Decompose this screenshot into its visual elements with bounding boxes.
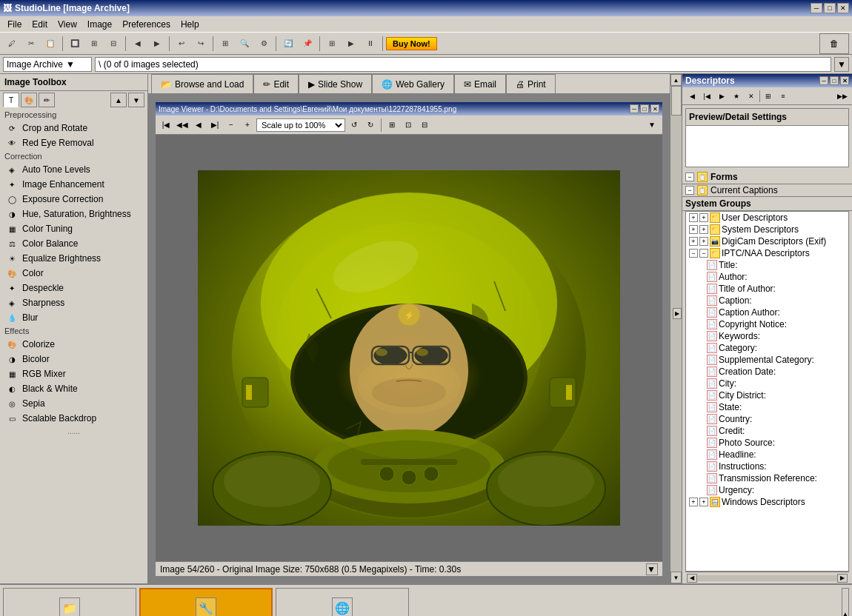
nav-path-arrow[interactable]: ▼ bbox=[834, 57, 849, 72]
menu-help[interactable]: Help bbox=[176, 18, 204, 31]
viewer-next[interactable]: ▶| bbox=[207, 118, 222, 133]
panel-item-color-balance[interactable]: ⚖ Color Balance bbox=[0, 236, 147, 251]
viewer-fit[interactable]: ⊞ bbox=[385, 118, 399, 133]
toolbar-btn-15[interactable]: 📌 bbox=[299, 35, 316, 53]
tree-item-user-descriptors[interactable]: + + 📁 User Descriptors bbox=[686, 212, 848, 224]
descriptors-close[interactable]: ✕ bbox=[840, 76, 849, 85]
toolbar-btn-5[interactable]: ⊞ bbox=[85, 35, 103, 53]
desc-btn-expand[interactable]: ≡ bbox=[776, 90, 790, 103]
win-desc-expand2[interactable]: + bbox=[699, 498, 708, 506]
digicam-expand2[interactable]: + bbox=[699, 237, 708, 246]
panel-item-black-white[interactable]: ◐ Black & White bbox=[0, 381, 147, 396]
bottom-item-web-galleries[interactable]: 🌐 Web Galleries bbox=[276, 588, 409, 616]
menu-view[interactable]: View bbox=[53, 18, 81, 31]
panel-item-image-enhancement[interactable]: ✦ Image Enhancement bbox=[0, 177, 147, 192]
panel-tab-1[interactable]: T bbox=[3, 93, 19, 107]
center-scroll-up[interactable]: ▲ bbox=[670, 74, 682, 86]
tree-item-urgency[interactable]: 📄 Urgency: bbox=[686, 484, 848, 496]
viewer-menu[interactable]: ⊟ bbox=[417, 118, 432, 133]
toolbar-btn-17[interactable]: ▶ bbox=[342, 35, 360, 53]
desc-btn-first[interactable]: |◀ bbox=[700, 90, 713, 103]
bottom-expand-btn[interactable]: ▲ bbox=[842, 588, 849, 616]
toolbar-btn-11[interactable]: ⊞ bbox=[216, 35, 234, 53]
panel-item-rgb-mixer[interactable]: ▦ RGB Mixer bbox=[0, 366, 147, 381]
toolbar-btn-16[interactable]: ⊞ bbox=[323, 35, 341, 53]
tree-item-transmission-ref[interactable]: 📄 Transmission Reference: bbox=[686, 472, 848, 484]
descriptors-minimize[interactable]: ─ bbox=[819, 76, 828, 85]
tab-web-gallery[interactable]: 🌐 Web Gallery bbox=[372, 74, 454, 93]
viewer-rotate-right[interactable]: ↻ bbox=[363, 118, 378, 133]
menu-file[interactable]: File bbox=[3, 18, 26, 31]
panel-item-hue-sat[interactable]: ◑ Hue, Saturation, Brightness bbox=[0, 207, 147, 221]
desc-btn-view[interactable]: ⊞ bbox=[762, 90, 775, 103]
tab-edit[interactable]: ✏ Edit bbox=[253, 74, 299, 93]
tree-item-windows-desc[interactable]: + + 🪟 Windows Descriptors bbox=[686, 496, 848, 508]
toolbar-btn-10[interactable]: ↪ bbox=[192, 35, 210, 53]
panel-item-red-eye[interactable]: 👁 Red Eye Removal bbox=[0, 135, 147, 150]
viewer-prev[interactable]: ◀ bbox=[191, 118, 206, 133]
viewer-zoom-in[interactable]: + bbox=[240, 118, 255, 133]
cc-expand[interactable]: − bbox=[685, 186, 694, 195]
panel-item-color[interactable]: 🎨 Color bbox=[0, 266, 147, 281]
panel-item-crop-rotate[interactable]: ⟳ Crop and Rotate bbox=[0, 121, 147, 135]
tree-item-caption[interactable]: 📄 Caption: bbox=[686, 295, 848, 307]
viewer-more[interactable]: ▼ bbox=[645, 118, 659, 133]
tree-item-category[interactable]: 📄 Category: bbox=[686, 342, 848, 354]
desc-hscroll-right[interactable]: ▶ bbox=[837, 574, 848, 583]
bottom-item-image-toolbox[interactable]: 🔧 Image Toolbox bbox=[139, 588, 273, 616]
win-desc-expand[interactable]: + bbox=[689, 498, 698, 506]
toolbar-btn-1[interactable]: 🖊 bbox=[3, 35, 21, 53]
close-button[interactable]: ✕ bbox=[837, 3, 849, 13]
toolbar-btn-13[interactable]: ⚙ bbox=[255, 35, 273, 53]
tree-item-headline[interactable]: 📄 Headline: bbox=[686, 449, 848, 461]
descriptors-maximize[interactable]: □ bbox=[830, 76, 839, 85]
viewer-close[interactable]: ✕ bbox=[650, 104, 659, 113]
panel-item-sharpness[interactable]: ◈ Sharpness bbox=[0, 295, 147, 310]
panel-item-colorize[interactable]: 🎨 Colorize bbox=[0, 337, 147, 352]
tab-browse-load[interactable]: 📂 Browse and Load bbox=[151, 74, 253, 93]
menu-preferences[interactable]: Preferences bbox=[118, 18, 175, 31]
viewer-minimize[interactable]: ─ bbox=[630, 104, 639, 113]
bottom-item-albums[interactable]: 📁 Albums bbox=[3, 588, 136, 616]
tree-item-city-district[interactable]: 📄 City District: bbox=[686, 389, 848, 401]
panel-tab-3[interactable]: ✏ bbox=[39, 93, 55, 107]
toolbar-btn-18[interactable]: ⏸ bbox=[362, 35, 379, 53]
viewer-first[interactable]: |◀ bbox=[159, 118, 173, 133]
toolbar-btn-14[interactable]: 🔄 bbox=[279, 35, 297, 53]
viewer-status-btn[interactable]: ▼ bbox=[646, 563, 658, 575]
center-scroll-thumb[interactable] bbox=[671, 86, 682, 116]
tree-item-credit[interactable]: 📄 Credit: bbox=[686, 425, 848, 437]
toolbar-btn-4[interactable]: 🔲 bbox=[66, 35, 84, 53]
sys-desc-expand2[interactable]: + bbox=[699, 225, 708, 234]
desc-btn-close[interactable]: ✕ bbox=[745, 90, 758, 103]
panel-item-equalize-brightness[interactable]: ☀ Equalize Brightness bbox=[0, 251, 147, 266]
user-desc-expand2[interactable]: + bbox=[699, 213, 708, 222]
desc-btn-next[interactable]: ▶ bbox=[715, 90, 728, 103]
panel-scroll-up[interactable]: ▲ bbox=[110, 93, 127, 107]
viewer-actual[interactable]: ⊡ bbox=[401, 118, 416, 133]
menu-edit[interactable]: Edit bbox=[27, 18, 52, 31]
panel-tab-2[interactable]: 🎨 bbox=[21, 93, 37, 107]
viewer-maximize[interactable]: □ bbox=[640, 104, 649, 113]
maximize-button[interactable]: □ bbox=[824, 3, 836, 13]
tree-item-instructions[interactable]: 📄 Instructions: bbox=[686, 461, 848, 472]
desc-expand-panel[interactable]: ▶▶ bbox=[836, 90, 849, 103]
iptc-expand[interactable]: − bbox=[689, 249, 698, 258]
tree-item-creation-date[interactable]: 📄 Creation Date: bbox=[686, 366, 848, 378]
tab-print[interactable]: 🖨 Print bbox=[506, 74, 556, 93]
panel-item-scalable-backdrop[interactable]: ▭ Scalable Backdrop bbox=[0, 411, 147, 426]
tree-item-city[interactable]: 📄 City: bbox=[686, 378, 848, 389]
nav-archive-dropdown[interactable]: Image Archive ▼ bbox=[3, 57, 92, 72]
tree-item-caption-author[interactable]: 📄 Caption Author: bbox=[686, 307, 848, 318]
tab-email[interactable]: ✉ Email bbox=[454, 74, 506, 93]
toolbar-btn-8[interactable]: ▶ bbox=[148, 35, 166, 53]
panel-item-exposure[interactable]: ◯ Exposure Correction bbox=[0, 192, 147, 207]
sys-desc-expand[interactable]: + bbox=[689, 225, 698, 234]
panel-item-color-tuning[interactable]: ▦ Color Tuning bbox=[0, 221, 147, 236]
panel-item-bicolor[interactable]: ◑ Bicolor bbox=[0, 352, 147, 366]
center-scroll-down[interactable]: ▼ bbox=[670, 572, 682, 583]
toolbar-btn-7[interactable]: ◀ bbox=[129, 35, 147, 53]
toolbar-btn-12[interactable]: 🔍 bbox=[236, 35, 253, 53]
viewer-rotate-left[interactable]: ↺ bbox=[347, 118, 362, 133]
minimize-button[interactable]: ─ bbox=[811, 3, 822, 13]
